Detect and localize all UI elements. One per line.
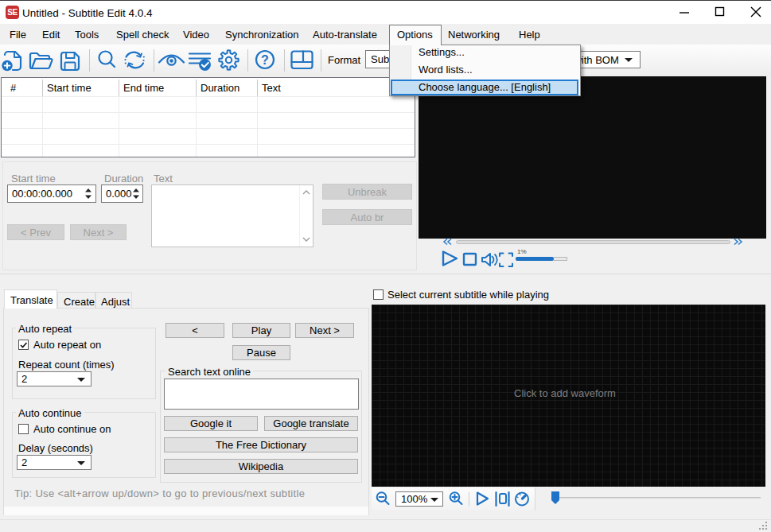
svg-text:?: ? — [261, 53, 269, 67]
